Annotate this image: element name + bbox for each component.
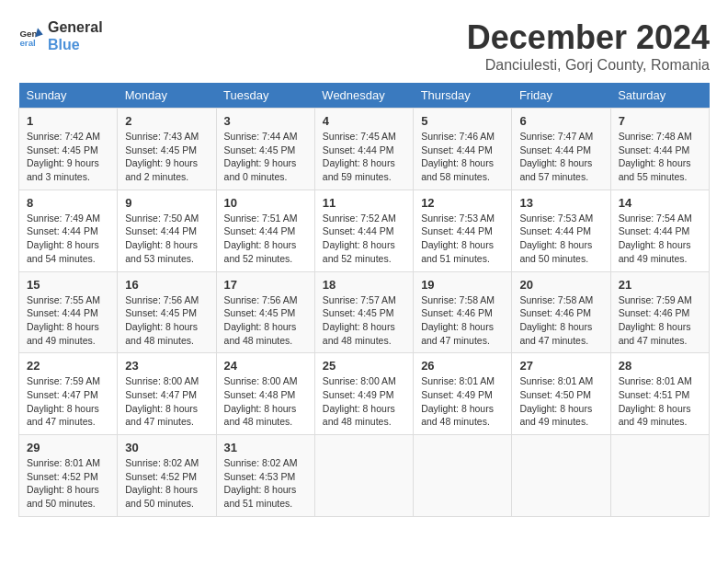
week-row-5: 29Sunrise: 8:01 AM Sunset: 4:52 PM Dayli… (19, 435, 710, 517)
day-detail: Sunrise: 7:44 AM Sunset: 4:45 PM Dayligh… (224, 130, 307, 184)
day-number: 14 (619, 196, 701, 210)
day-number: 19 (421, 278, 504, 292)
location-title: Danciulesti, Gorj County, Romania (467, 57, 710, 74)
day-cell: 17Sunrise: 7:56 AM Sunset: 4:45 PM Dayli… (216, 271, 314, 353)
day-detail: Sunrise: 8:00 AM Sunset: 4:49 PM Dayligh… (323, 374, 405, 429)
day-detail: Sunrise: 8:02 AM Sunset: 4:53 PM Dayligh… (224, 456, 307, 511)
day-number: 15 (27, 278, 109, 292)
logo-icon: Gen eral (18, 23, 44, 49)
day-number: 24 (224, 359, 307, 373)
day-cell (512, 435, 610, 517)
day-detail: Sunrise: 8:01 AM Sunset: 4:51 PM Dayligh… (619, 374, 701, 429)
day-cell: 31Sunrise: 8:02 AM Sunset: 4:53 PM Dayli… (216, 435, 314, 517)
day-number: 16 (125, 278, 208, 292)
day-detail: Sunrise: 7:58 AM Sunset: 4:46 PM Dayligh… (421, 293, 504, 348)
day-number: 13 (519, 196, 602, 210)
day-cell: 3Sunrise: 7:44 AM Sunset: 4:45 PM Daylig… (216, 109, 314, 190)
day-cell: 23Sunrise: 8:00 AM Sunset: 4:47 PM Dayli… (118, 353, 216, 435)
day-number: 10 (224, 196, 307, 210)
day-detail: Sunrise: 8:00 AM Sunset: 4:48 PM Dayligh… (224, 374, 307, 429)
day-cell: 7Sunrise: 7:48 AM Sunset: 4:44 PM Daylig… (610, 109, 709, 190)
week-row-2: 8Sunrise: 7:49 AM Sunset: 4:44 PM Daylig… (19, 190, 710, 271)
day-detail: Sunrise: 7:43 AM Sunset: 4:45 PM Dayligh… (125, 130, 208, 184)
day-cell: 30Sunrise: 8:02 AM Sunset: 4:52 PM Dayli… (118, 435, 216, 517)
day-number: 12 (421, 196, 504, 210)
day-cell: 24Sunrise: 8:00 AM Sunset: 4:48 PM Dayli… (216, 353, 314, 435)
day-number: 28 (619, 359, 701, 373)
day-detail: Sunrise: 8:01 AM Sunset: 4:49 PM Dayligh… (421, 374, 504, 429)
day-detail: Sunrise: 7:47 AM Sunset: 4:44 PM Dayligh… (519, 130, 602, 184)
day-detail: Sunrise: 7:59 AM Sunset: 4:47 PM Dayligh… (27, 374, 109, 429)
day-number: 9 (125, 196, 208, 210)
title-area: December 2024 Danciulesti, Gorj County, … (467, 18, 710, 74)
day-cell: 11Sunrise: 7:52 AM Sunset: 4:44 PM Dayli… (314, 190, 413, 271)
day-detail: Sunrise: 7:54 AM Sunset: 4:44 PM Dayligh… (619, 212, 701, 266)
day-cell: 25Sunrise: 8:00 AM Sunset: 4:49 PM Dayli… (314, 353, 413, 435)
day-detail: Sunrise: 7:42 AM Sunset: 4:45 PM Dayligh… (27, 130, 109, 184)
day-cell: 15Sunrise: 7:55 AM Sunset: 4:44 PM Dayli… (19, 271, 118, 353)
day-detail: Sunrise: 7:56 AM Sunset: 4:45 PM Dayligh… (125, 293, 208, 348)
day-detail: Sunrise: 8:00 AM Sunset: 4:47 PM Dayligh… (125, 374, 208, 429)
day-number: 29 (27, 441, 109, 454)
day-detail: Sunrise: 7:53 AM Sunset: 4:44 PM Dayligh… (519, 212, 602, 266)
day-number: 1 (27, 114, 109, 128)
header: Gen eral General Blue December 2024 Danc… (18, 18, 710, 74)
day-number: 4 (323, 114, 405, 128)
day-number: 11 (323, 196, 405, 210)
week-row-1: 1Sunrise: 7:42 AM Sunset: 4:45 PM Daylig… (19, 109, 710, 190)
day-cell: 5Sunrise: 7:46 AM Sunset: 4:44 PM Daylig… (414, 109, 512, 190)
day-cell: 18Sunrise: 7:57 AM Sunset: 4:45 PM Dayli… (314, 271, 413, 353)
day-cell: 21Sunrise: 7:59 AM Sunset: 4:46 PM Dayli… (610, 271, 709, 353)
day-detail: Sunrise: 7:50 AM Sunset: 4:44 PM Dayligh… (125, 212, 208, 266)
day-cell: 12Sunrise: 7:53 AM Sunset: 4:44 PM Dayli… (414, 190, 512, 271)
header-thursday: Thursday (414, 83, 512, 109)
logo: Gen eral General Blue (18, 18, 103, 53)
day-detail: Sunrise: 8:01 AM Sunset: 4:52 PM Dayligh… (27, 456, 109, 511)
day-cell (414, 435, 512, 517)
calendar-body: 1Sunrise: 7:42 AM Sunset: 4:45 PM Daylig… (19, 109, 710, 517)
day-detail: Sunrise: 8:02 AM Sunset: 4:52 PM Dayligh… (125, 456, 208, 511)
day-number: 17 (224, 278, 307, 292)
day-detail: Sunrise: 7:55 AM Sunset: 4:44 PM Dayligh… (27, 293, 109, 348)
day-detail: Sunrise: 7:45 AM Sunset: 4:44 PM Dayligh… (323, 130, 405, 184)
day-number: 21 (619, 278, 701, 292)
header-saturday: Saturday (610, 83, 709, 109)
day-detail: Sunrise: 8:01 AM Sunset: 4:50 PM Dayligh… (519, 374, 602, 429)
week-row-3: 15Sunrise: 7:55 AM Sunset: 4:44 PM Dayli… (19, 271, 710, 353)
logo-line1: General (48, 18, 103, 36)
header-monday: Monday (118, 83, 216, 109)
day-number: 22 (27, 359, 109, 373)
header-sunday: Sunday (19, 83, 118, 109)
day-number: 27 (519, 359, 602, 373)
day-number: 31 (224, 441, 307, 454)
day-number: 30 (125, 441, 208, 454)
day-cell: 8Sunrise: 7:49 AM Sunset: 4:44 PM Daylig… (19, 190, 118, 271)
day-cell: 1Sunrise: 7:42 AM Sunset: 4:45 PM Daylig… (19, 109, 118, 190)
day-cell (610, 435, 709, 517)
day-number: 18 (323, 278, 405, 292)
day-cell: 13Sunrise: 7:53 AM Sunset: 4:44 PM Dayli… (512, 190, 610, 271)
week-row-4: 22Sunrise: 7:59 AM Sunset: 4:47 PM Dayli… (19, 353, 710, 435)
svg-text:eral: eral (19, 38, 36, 48)
day-number: 25 (323, 359, 405, 373)
day-cell: 4Sunrise: 7:45 AM Sunset: 4:44 PM Daylig… (314, 109, 413, 190)
day-detail: Sunrise: 7:56 AM Sunset: 4:45 PM Dayligh… (224, 293, 307, 348)
day-detail: Sunrise: 7:51 AM Sunset: 4:44 PM Dayligh… (224, 212, 307, 266)
day-cell: 19Sunrise: 7:58 AM Sunset: 4:46 PM Dayli… (414, 271, 512, 353)
day-cell: 28Sunrise: 8:01 AM Sunset: 4:51 PM Dayli… (610, 353, 709, 435)
header-friday: Friday (512, 83, 610, 109)
day-number: 26 (421, 359, 504, 373)
day-number: 6 (519, 114, 602, 128)
day-cell: 22Sunrise: 7:59 AM Sunset: 4:47 PM Dayli… (19, 353, 118, 435)
day-number: 7 (619, 114, 701, 128)
day-cell: 6Sunrise: 7:47 AM Sunset: 4:44 PM Daylig… (512, 109, 610, 190)
header-tuesday: Tuesday (216, 83, 314, 109)
day-detail: Sunrise: 7:53 AM Sunset: 4:44 PM Dayligh… (421, 212, 504, 266)
day-number: 5 (421, 114, 504, 128)
day-cell: 27Sunrise: 8:01 AM Sunset: 4:50 PM Dayli… (512, 353, 610, 435)
day-detail: Sunrise: 7:57 AM Sunset: 4:45 PM Dayligh… (323, 293, 405, 348)
day-cell (314, 435, 413, 517)
day-number: 3 (224, 114, 307, 128)
day-cell: 26Sunrise: 8:01 AM Sunset: 4:49 PM Dayli… (414, 353, 512, 435)
day-cell: 16Sunrise: 7:56 AM Sunset: 4:45 PM Dayli… (118, 271, 216, 353)
